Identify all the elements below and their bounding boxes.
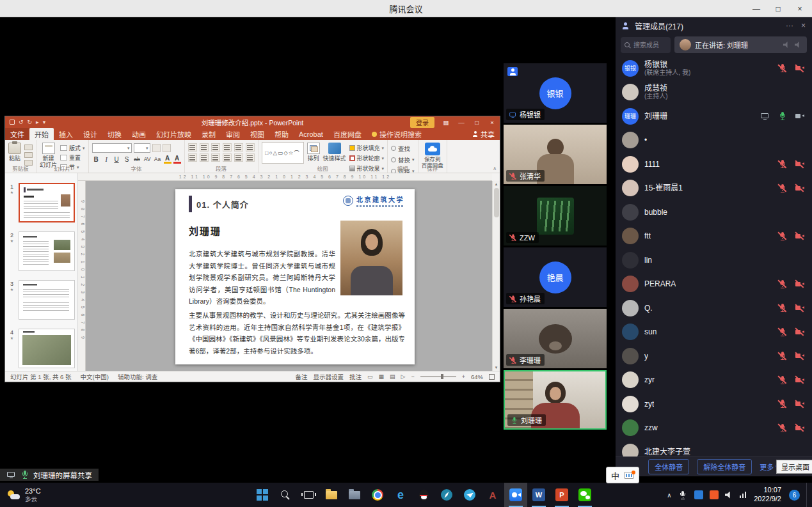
line-spacing-button[interactable] [234, 143, 243, 152]
mic-icon[interactable] [777, 423, 787, 433]
bold-button[interactable]: B [92, 156, 100, 163]
camera-icon[interactable] [795, 183, 804, 193]
file-explorer-button[interactable] [320, 483, 343, 507]
mic-icon[interactable] [777, 111, 787, 121]
text-shadow-button[interactable]: S [123, 156, 131, 163]
camera-icon[interactable] [795, 279, 804, 289]
member-row[interactable]: 成慧祯(主持人) [616, 81, 812, 105]
camera-icon[interactable] [795, 231, 804, 241]
documents-folder-button[interactable] [343, 483, 366, 507]
close-icon[interactable]: × [789, 0, 811, 17]
tab-help[interactable]: 帮助 [269, 128, 294, 140]
underline-button[interactable]: U [113, 156, 121, 163]
keyboard-icon[interactable] [624, 472, 634, 479]
tab-design[interactable]: 设计 [78, 128, 102, 140]
camera-icon[interactable] [795, 159, 804, 169]
strikethrough-button[interactable]: ab [133, 156, 141, 162]
shape-fill-button[interactable]: 形状填充▾ [349, 144, 385, 152]
ppt-maximize-icon[interactable]: □ [469, 116, 484, 128]
align-text-button[interactable] [246, 153, 255, 162]
tab-slideshow[interactable]: 幻灯片放映 [151, 128, 196, 140]
increase-indent-button[interactable] [223, 143, 232, 152]
member-row[interactable]: y [616, 344, 812, 368]
accessibility-status[interactable]: 辅助功能: 调查 [118, 372, 157, 381]
powerpoint-button[interactable]: P [550, 483, 573, 507]
redo-icon[interactable]: ↻ [28, 119, 33, 125]
tab-insert[interactable]: 插入 [54, 128, 78, 140]
video-tile[interactable]: 张清华 [504, 125, 607, 184]
ppt-close-icon[interactable]: × [484, 116, 500, 128]
member-row[interactable]: bubble [616, 200, 812, 224]
task-view-button[interactable] [297, 483, 320, 507]
slide-thumbnail[interactable]: 1★ [5, 183, 77, 222]
slide-thumbnail[interactable]: 2★ [5, 231, 77, 271]
slide-4-thumb[interactable] [19, 329, 75, 368]
language-indicator[interactable]: 中文(中国) [81, 372, 109, 381]
shape-outline-button[interactable]: 形状轮廓▾ [349, 154, 385, 162]
tab-view[interactable]: 视图 [245, 128, 269, 140]
network-icon[interactable] [740, 492, 747, 498]
mic-icon[interactable] [777, 279, 787, 289]
audio-device-icon[interactable] [783, 42, 790, 48]
member-row[interactable]: 北建大李子萱 [616, 440, 812, 456]
member-row[interactable]: 1111 [616, 152, 812, 176]
ime-icon[interactable] [694, 490, 703, 499]
member-row[interactable]: Q. [616, 296, 812, 320]
align-left-button[interactable] [188, 153, 197, 162]
mic-icon[interactable] [777, 63, 787, 73]
login-button[interactable]: 登录 [410, 117, 434, 128]
start-button[interactable] [251, 483, 274, 507]
tab-transitions[interactable]: 切换 [102, 128, 127, 140]
camera-icon[interactable] [795, 375, 804, 385]
font-name-select[interactable]: ▾ [92, 143, 132, 153]
bullets-button[interactable] [188, 143, 197, 152]
slide-thumbnail[interactable]: 4★ [5, 329, 77, 368]
notes-toggle[interactable]: 备注 [295, 372, 307, 381]
hidden-icons-chevron[interactable]: ∧ [667, 492, 671, 499]
display-settings-button[interactable]: 显示器设置 [313, 372, 344, 381]
undo-icon[interactable]: ↺ [19, 119, 24, 125]
collapse-ribbon-icon[interactable]: ∧ [493, 166, 497, 171]
video-tile[interactable]: ZZW [504, 186, 607, 246]
camera-icon[interactable] [795, 351, 804, 361]
comments-toggle[interactable]: 批注 [349, 372, 362, 381]
panel-close-icon[interactable]: × [801, 21, 806, 30]
share-button[interactable]: 共享 [472, 128, 495, 140]
camera-icon[interactable] [795, 303, 804, 313]
find-button[interactable]: 查找 [391, 144, 415, 153]
zoom-out-icon[interactable]: − [411, 373, 414, 380]
taskbar-clock[interactable]: 10:07 2022/9/2 [754, 486, 781, 504]
member-row[interactable]: 银银杨银银(联席主持人, 我) [616, 56, 812, 81]
show-desktop-button[interactable] [806, 483, 809, 507]
decrease-indent-button[interactable] [211, 143, 220, 152]
slide-2-thumb[interactable] [19, 231, 75, 271]
tab-file[interactable]: 文件 [5, 128, 29, 140]
maximize-icon[interactable]: □ [767, 0, 789, 17]
ime-toolbar[interactable]: 中 [606, 467, 639, 483]
sogou-icon[interactable] [710, 490, 719, 499]
reset-button[interactable]: 重置 [60, 153, 85, 162]
fit-slide-icon[interactable] [489, 374, 495, 380]
volume-icon[interactable] [725, 492, 733, 499]
search-input[interactable] [621, 37, 671, 53]
italic-button[interactable]: I [102, 156, 111, 163]
align-center-button[interactable] [200, 153, 209, 162]
tencent-meeting-button[interactable] [504, 483, 527, 507]
mic-icon[interactable] [777, 159, 787, 169]
mic-icon[interactable] [777, 231, 787, 241]
member-row[interactable]: • [616, 129, 812, 153]
mic-icon[interactable] [777, 351, 787, 361]
mic-icon[interactable] [777, 303, 787, 313]
font-color-button[interactable]: A [173, 155, 181, 164]
save-icon[interactable] [10, 120, 15, 125]
zoom-level[interactable]: 64% [471, 373, 483, 380]
change-case-button[interactable]: Aa [154, 156, 162, 162]
member-row[interactable]: ftt [616, 224, 812, 249]
slide-1-thumb[interactable] [19, 183, 75, 222]
qq-button[interactable] [412, 483, 435, 507]
wechat-button[interactable] [573, 483, 596, 507]
ribbon-display-icon[interactable]: ▤ [438, 116, 454, 128]
video-tile[interactable]: 艳晨 孙艳晨 [504, 247, 607, 307]
tab-home[interactable]: 开始 [29, 128, 54, 140]
mic-icon[interactable] [777, 399, 787, 409]
